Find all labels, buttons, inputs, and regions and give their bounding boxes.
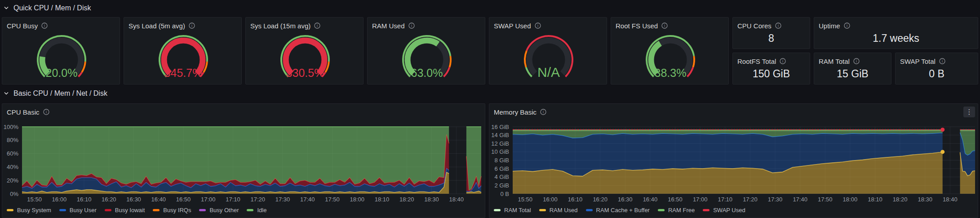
stat-value-ram-total: 15 GiB (814, 67, 891, 81)
svg-text:16:30: 16:30 (126, 196, 141, 203)
chart-plot-memory-basic[interactable]: 0 B2 GiB4 GiB6 GiB8 GiB10 GiB12 GiB14 Gi… (489, 116, 979, 206)
legend-item-ram-cache-buffer[interactable]: RAM Cache + Buffer (586, 207, 650, 214)
panel-title-text: Root FS Used (616, 22, 658, 30)
panel-chart-cpu-basic: CPU Basici0%20%40%60%80%100%15:5016:0016… (2, 103, 485, 218)
legend-item-ram-used[interactable]: RAM Used (539, 207, 578, 214)
section-title: Basic CPU / Mem / Net / Disk (13, 89, 107, 98)
info-icon[interactable]: i (41, 22, 48, 29)
legend-label: RAM Cache + Buffer (596, 207, 650, 214)
svg-text:i: i (856, 59, 857, 63)
info-icon[interactable]: i (780, 58, 786, 64)
svg-text:16:30: 16:30 (618, 196, 633, 203)
panel-title-swap-total[interactable]: SWAP Totali (900, 56, 973, 66)
legend-swatch (703, 209, 710, 211)
chart-plot-cpu-basic[interactable]: 0%20%40%60%80%100%15:5016:0016:1016:2016… (2, 116, 486, 206)
info-icon[interactable]: i (43, 109, 49, 115)
info-icon[interactable]: i (853, 58, 860, 64)
panel-title-uptime[interactable]: Uptimei (819, 21, 973, 31)
panel-title-text: SWAP Used (494, 22, 531, 30)
panel-menu-icon[interactable]: ⋮ (963, 107, 975, 117)
legend-item-busy-iowait[interactable]: Busy Iowait (105, 207, 145, 214)
info-icon[interactable]: i (939, 58, 945, 64)
panel-gauge-cpu-busy: CPU Busyi20.0% (2, 17, 120, 85)
panel-title-rootfs-total[interactable]: RootFS Totali (737, 56, 805, 66)
svg-text:16:50: 16:50 (668, 196, 683, 203)
svg-text:16:20: 16:20 (102, 196, 116, 203)
info-icon[interactable]: i (661, 22, 668, 29)
panel-title-text: RootFS Total (737, 58, 776, 65)
panel-title-text: RAM Total (819, 58, 850, 65)
info-icon[interactable]: i (408, 22, 415, 29)
legend-label: Busy IRQs (163, 207, 191, 214)
legend-label: Busy Other (209, 207, 239, 214)
panel-title-text: Uptime (819, 22, 840, 30)
legend-label: RAM Used (550, 207, 578, 214)
svg-text:4 GiB: 4 GiB (494, 174, 509, 180)
panel-title-cpu-cores[interactable]: CPU Coresi (737, 21, 805, 31)
info-icon[interactable]: i (314, 22, 320, 29)
svg-text:17:50: 17:50 (818, 196, 833, 203)
panel-title-sys-load-15m-avg[interactable]: Sys Load (15m avg)i (250, 21, 359, 31)
svg-text:6 GiB: 6 GiB (494, 165, 509, 172)
svg-text:17:40: 17:40 (300, 196, 315, 203)
legend-item-busy-other[interactable]: Busy Other (199, 207, 239, 214)
svg-text:16:50: 16:50 (176, 196, 191, 203)
svg-text:i: i (317, 23, 318, 28)
panel-title-text: CPU Busy (7, 22, 38, 30)
svg-text:i: i (782, 59, 783, 63)
panel-title-swap-used[interactable]: SWAP Usedi (494, 21, 602, 31)
panel-title-text: SWAP Total (900, 58, 936, 65)
info-icon[interactable]: i (189, 22, 195, 29)
legend-item-swap-used[interactable]: SWAP Used (703, 207, 745, 214)
panel-stat-uptime: Uptimei1.7 weeks (814, 17, 978, 49)
info-icon[interactable]: i (844, 22, 850, 29)
chart-legend-cpu-basic: Busy SystemBusy UserBusy IowaitBusy IRQs… (7, 207, 482, 214)
svg-text:i: i (942, 59, 943, 63)
legend-swatch (105, 209, 111, 211)
legend-item-ram-free[interactable]: RAM Free (658, 207, 695, 214)
legend-item-ram-total[interactable]: RAM Total (494, 207, 531, 214)
panel-title-ram-total[interactable]: RAM Totali (819, 56, 887, 66)
svg-text:i: i (44, 23, 45, 28)
info-icon[interactable]: i (540, 109, 546, 115)
panel-title-sys-load-5m-avg[interactable]: Sys Load (5m avg)i (129, 21, 237, 31)
svg-text:18:10: 18:10 (868, 196, 882, 203)
svg-text:18:10: 18:10 (375, 196, 390, 203)
legend-swatch (7, 209, 13, 211)
svg-text:18:30: 18:30 (424, 196, 439, 203)
panel-title-root-fs-used[interactable]: Root FS Usedi (616, 21, 724, 31)
panel-title-cpu-basic[interactable]: CPU Basici (7, 107, 480, 117)
section-header-quick-cpu-mem-disk[interactable]: Quick CPU / Mem / Disk (4, 2, 91, 14)
panel-gauge-sys-load-5m-avg: Sys Load (5m avg)i345.7% (124, 17, 242, 85)
legend-item-idle[interactable]: Idle (247, 207, 266, 214)
panel-title-ram-used[interactable]: RAM Usedi (372, 21, 480, 31)
panel-title-cpu-busy[interactable]: CPU Busyi (7, 21, 115, 31)
svg-text:2 GiB: 2 GiB (494, 182, 509, 189)
panel-title-text: Sys Load (15m avg) (250, 22, 310, 30)
legend-swatch (586, 209, 593, 211)
svg-text:i: i (411, 23, 412, 28)
legend-label: RAM Total (504, 207, 531, 214)
svg-text:18:20: 18:20 (399, 196, 414, 203)
legend-swatch (494, 209, 501, 211)
svg-text:20%: 20% (7, 177, 18, 184)
info-icon[interactable]: i (775, 22, 781, 29)
panel-title-text: CPU Cores (737, 22, 772, 30)
legend-item-busy-system[interactable]: Busy System (7, 207, 51, 214)
svg-text:i: i (543, 110, 544, 114)
legend-label: Idle (257, 207, 266, 214)
svg-text:17:00: 17:00 (693, 196, 708, 203)
legend-item-busy-user[interactable]: Busy User (59, 207, 97, 214)
info-icon[interactable]: i (535, 22, 541, 29)
svg-text:18:00: 18:00 (350, 196, 365, 203)
gauge-value: 20.0% (45, 67, 77, 79)
svg-text:18:30: 18:30 (918, 196, 932, 203)
svg-text:i: i (778, 23, 779, 28)
panel-title-memory-basic[interactable]: Memory Basici (494, 107, 973, 117)
gauge-sys-load-5m-avg: 345.7% (141, 30, 226, 83)
svg-text:17:20: 17:20 (251, 196, 266, 203)
legend-item-busy-irqs[interactable]: Busy IRQs (153, 207, 191, 214)
gauge-value: 330.5% (286, 67, 324, 79)
svg-text:17:20: 17:20 (743, 196, 758, 203)
section-header-basic-cpu-mem-net-disk[interactable]: Basic CPU / Mem / Net / Disk (4, 87, 107, 100)
